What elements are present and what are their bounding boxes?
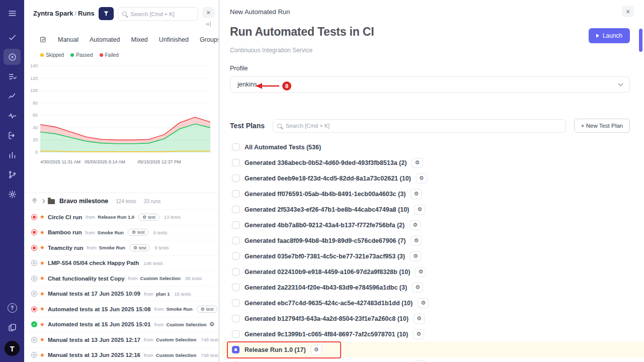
runs-list: ★ Circle CI run from Release Run 1.0 ⚙te… <box>24 210 218 362</box>
svg-text:100: 100 <box>30 88 38 93</box>
test-plan-row[interactable]: Generated b12794f3-643a-4a2d-8504-23f1e7… <box>230 311 630 326</box>
test-plan-row[interactable]: Generated 2a223104-f20e-4b43-83d9-e78459… <box>230 280 630 295</box>
plan-checkbox[interactable] <box>232 284 239 291</box>
launch-button[interactable]: Launch <box>589 28 630 43</box>
test-plan-row[interactable]: Generated e891c41f-8039-4e64-aa24-e0d56e… <box>230 357 630 362</box>
plan-checkbox[interactable] <box>232 346 239 353</box>
menu-icon[interactable] <box>4 5 21 21</box>
plan-settings-button[interactable]: ⚙ <box>412 283 423 293</box>
test-plan-row[interactable]: Generated 2f5343e3-ef26-47b1-be8b-44cabc… <box>230 202 630 217</box>
run-row[interactable]: ★ Circle CI run from Release Run 1.0 ⚙te… <box>24 210 218 225</box>
run-source-plan: Custom Selection <box>166 322 206 327</box>
plan-settings-button[interactable]: ⚙ <box>415 360 426 362</box>
plan-settings-button[interactable]: ⚙ <box>411 189 422 199</box>
milestone-row[interactable]: Bravo milestone 124 tests 33 runs <box>24 193 218 210</box>
run-row[interactable]: ★ Bamboo run from Smoke Run ⚙test 9 test… <box>24 225 218 241</box>
tab-automated[interactable]: Automated <box>90 36 120 43</box>
run-row[interactable]: ★ Chat functionality test Copy from Cust… <box>24 271 218 287</box>
run-test-count: 748 tests <box>201 352 218 358</box>
plan-checkbox[interactable] <box>232 159 239 166</box>
plan-checkbox[interactable] <box>232 299 239 307</box>
vertical-scrollbar-thumb[interactable] <box>639 29 642 52</box>
run-test-count: 748 tests <box>201 337 218 342</box>
run-row[interactable]: ★ Teamcity run from Smoke Run ⚙test 9 te… <box>24 240 218 256</box>
run-status-icon <box>31 321 37 327</box>
skipped-dot-icon <box>40 53 44 57</box>
plan-settings-button[interactable]: ⚙ <box>311 345 322 355</box>
test-plan-row[interactable]: Generated 0eeb9e18-f23d-4cd5-82dd-8a1a73… <box>230 170 630 186</box>
plan-checkbox[interactable] <box>232 190 239 198</box>
breadcrumb-project[interactable]: Zyntra Spark <box>33 10 73 17</box>
plan-settings-button[interactable]: ⚙ <box>414 205 425 215</box>
test-plan-row[interactable]: Generated 4bb7a8b0-9212-43a4-b137-f772fe… <box>230 217 630 233</box>
tab-unfinished[interactable]: Unfinished <box>159 36 189 43</box>
run-row[interactable]: ★ Automated tests at 15 Jun 2025 15:08 f… <box>24 302 218 317</box>
plan-checkbox[interactable] <box>232 237 239 244</box>
new-test-plan-button[interactable]: + New Test Plan <box>574 119 630 133</box>
test-plan-row[interactable]: All Automated Tests (536) <box>230 139 630 155</box>
run-row[interactable]: ★ Automated tests at 15 Jun 2025 15:01 f… <box>24 317 218 333</box>
plan-settings-button[interactable]: ⚙ <box>416 173 427 184</box>
run-tag-badge: ⚙test <box>197 306 218 313</box>
tab-groups[interactable]: Groups <box>200 36 220 43</box>
plan-settings-button[interactable]: ⚙ <box>410 220 421 230</box>
test-plan-row[interactable]: Generated 9c1399b1-c065-4f84-8697-7af2c5… <box>230 326 630 342</box>
plan-settings-button[interactable]: ⚙ <box>410 251 421 261</box>
pulse-icon[interactable] <box>4 108 21 124</box>
chevron-right-icon[interactable] <box>41 199 45 203</box>
filter-button[interactable] <box>99 7 114 20</box>
analytics-icon[interactable] <box>4 88 21 104</box>
test-plan-row[interactable]: Generated ebc77c4d-9635-424c-ac5e-427483… <box>230 295 630 311</box>
run-row[interactable]: ★ Manual tests at 13 Jun 2025 12:16 from… <box>24 348 218 362</box>
plan-checkbox[interactable] <box>232 221 239 229</box>
plan-settings-button[interactable]: ⚙ <box>411 236 422 246</box>
app-logo[interactable]: T <box>5 341 20 356</box>
run-spark-icon: ★ <box>40 352 45 358</box>
test-plan-row[interactable]: Generated ff076591-05ab-4b4b-8491-1ecb00… <box>230 186 630 202</box>
plan-settings-button[interactable]: ⚙ <box>412 158 423 168</box>
plan-label: All Automated Tests (536) <box>245 144 321 151</box>
plan-checkbox[interactable] <box>232 174 239 182</box>
close-panel-button[interactable]: × <box>202 7 214 18</box>
run-settings-button[interactable]: ⚙ <box>209 321 215 328</box>
run-row[interactable]: ★ Manual tests at 17 Jun 2025 10:09 from… <box>24 287 218 302</box>
reports-icon[interactable] <box>4 147 21 163</box>
run-row[interactable]: ★ LMP-554 05/04 check Happy Path 146 tes… <box>24 256 218 272</box>
import-icon[interactable] <box>4 127 21 143</box>
test-plan-row[interactable]: Generated faac8f09-94b8-4b19-89d9-c576cd… <box>230 233 630 248</box>
plan-checkbox[interactable] <box>232 268 239 276</box>
plan-settings-button[interactable]: ⚙ <box>415 267 426 277</box>
test-plan-row[interactable]: Generated 035e7bf0-7381-4c5c-be77-321e73… <box>230 248 630 264</box>
runs-icon[interactable] <box>4 49 21 65</box>
test-plan-row[interactable]: Generated 022410b9-e918-4459-a106-97d2a9… <box>230 264 630 280</box>
test-plans-search-input[interactable] <box>273 119 566 133</box>
svg-text:60: 60 <box>33 113 38 118</box>
plan-settings-button[interactable]: ⚙ <box>413 329 424 339</box>
select-runs-icon[interactable] <box>39 36 47 43</box>
plan-checkbox[interactable] <box>232 206 239 213</box>
runs-search-input[interactable] <box>118 7 198 21</box>
branches-icon[interactable] <box>4 166 21 183</box>
plan-checkbox[interactable] <box>232 315 239 322</box>
test-plan-row[interactable]: Release Run 1.0 (17) ⚙ <box>221 342 644 357</box>
tests-icon[interactable] <box>4 29 21 45</box>
run-row[interactable]: ★ Manual tests at 13 Jun 2025 12:17 from… <box>24 332 218 348</box>
settings-icon[interactable] <box>4 186 21 202</box>
dock-panel-icon[interactable] <box>205 21 212 30</box>
plan-checkbox[interactable] <box>232 330 239 338</box>
help-icon[interactable]: ? <box>4 300 21 316</box>
docs-icon[interactable] <box>4 319 21 335</box>
tab-mixed[interactable]: Mixed <box>131 36 147 43</box>
plan-checkbox[interactable] <box>232 143 239 151</box>
plan-checkbox[interactable] <box>232 252 239 260</box>
plan-settings-button[interactable]: ⚙ <box>418 298 429 308</box>
profile-select[interactable]: jenkins <box>230 76 630 93</box>
plan-settings-button[interactable]: ⚙ <box>414 314 425 324</box>
test-plans-icon[interactable] <box>4 68 21 84</box>
close-dialog-button[interactable]: × <box>622 6 634 17</box>
run-title: Bamboo run <box>48 229 82 235</box>
run-status-icon <box>31 260 37 266</box>
tab-manual[interactable]: Manual <box>58 36 78 43</box>
run-title: Manual tests at 13 Jun 2025 12:17 <box>48 337 140 343</box>
test-plan-row[interactable]: Generated 336abecb-0b52-4d60-9ded-493f3f… <box>230 155 630 170</box>
